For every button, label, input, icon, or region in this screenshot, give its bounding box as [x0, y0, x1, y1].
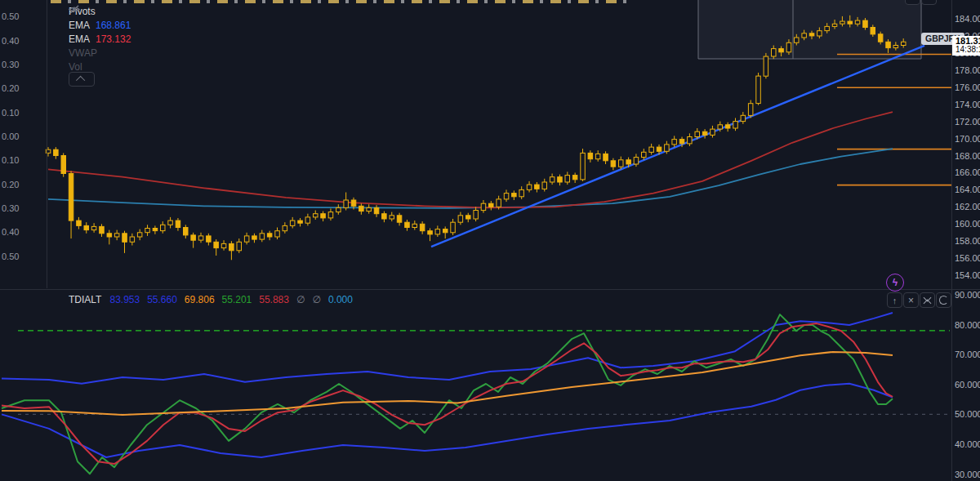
eye-off-icon[interactable] — [69, 5, 80, 14]
close-pane-button[interactable]: × — [903, 292, 919, 308]
price-axis-label: 174.000 — [955, 100, 980, 109]
price-axis-label: 170.000 — [955, 134, 980, 144]
price-axis-label: 172.000 — [955, 117, 980, 127]
market-base-line-line — [2, 352, 893, 415]
tdi-values: 83.95355.66069.80655.20155.883∅∅0.000 — [109, 294, 352, 305]
right-axis-separator — [951, 0, 952, 481]
trade-signal-line-line — [2, 323, 893, 464]
left-axis-label: 0.20 — [2, 180, 19, 189]
ema-red-line — [48, 112, 893, 207]
ema1-label: EMA — [69, 20, 90, 31]
pane-separator — [0, 289, 980, 290]
last-price-box: 181.318 14:38:1 — [952, 36, 980, 56]
ema2-label: EMA — [69, 33, 90, 45]
indicator-value: 55.660 — [147, 294, 177, 305]
left-axis-label: 0.50 — [2, 252, 19, 261]
chart-canvas[interactable] — [0, 0, 980, 481]
vwap-label: VWAP — [69, 47, 97, 59]
price-axis-label: 184.000 — [955, 14, 980, 24]
restore-pane-button[interactable] — [936, 292, 951, 308]
trading-chart-app: 180.000 Pivots EMA 168.861 EMA 173.132 V… — [0, 0, 980, 481]
drawing-button-clipped[interactable] — [905, 0, 920, 5]
chevron-up-icon — [76, 76, 85, 85]
indicator-legend-lower[interactable]: TDIALT 83.95355.66069.80655.20155.883∅∅0… — [69, 293, 353, 307]
indicator-value: ∅ — [296, 294, 305, 305]
price-axis-label: 168.000 — [955, 151, 980, 161]
ema1-value: 168.861 — [96, 20, 131, 31]
left-axis-label: 0.10 — [2, 108, 19, 118]
price-axis-label: 158.000 — [955, 236, 980, 246]
volatility-band-upper-line — [2, 313, 893, 384]
price-axis-label: 166.000 — [955, 167, 980, 177]
close-icon: × — [908, 295, 914, 306]
bar-countdown: 14:38:1 — [956, 46, 980, 54]
arrow-up-icon: ↑ — [893, 296, 898, 305]
price-axis-label: 156.000 — [955, 253, 980, 263]
lightning-icon: ϟ — [893, 277, 898, 288]
left-axis-label: 0.30 — [2, 203, 19, 213]
clipped-legend-text — [51, 0, 630, 3]
indicator-axis-label: 30.000 — [955, 470, 980, 479]
left-axis-label: 0.50 — [2, 11, 19, 21]
indicator-axis-label: 50.000 — [955, 409, 980, 419]
indicator-axis-label: 80.000 — [955, 320, 980, 330]
left-axis-label: 0.10 — [2, 155, 19, 165]
refresh-icon — [939, 296, 948, 305]
indicator-value: 0.000 — [328, 294, 353, 305]
left-axis-label: 0.20 — [2, 83, 19, 93]
left-axis-label: 0.40 — [2, 36, 19, 46]
legend-vwap[interactable]: VWAP — [69, 47, 131, 60]
collapse-legend-button[interactable] — [69, 72, 95, 87]
price-axis-label: 176.000 — [955, 82, 980, 92]
indicator-value: 83.953 — [109, 294, 140, 305]
indicator-value: 55.201 — [222, 294, 252, 305]
vol-label: Vol — [69, 61, 82, 73]
price-axis-label: 164.000 — [955, 185, 980, 194]
drawing-button-clipped[interactable] — [921, 0, 937, 5]
legend-ema-1[interactable]: EMA 168.861 — [69, 19, 131, 32]
move-pane-up-button[interactable]: ↑ — [887, 292, 902, 308]
lightning-button[interactable]: ϟ — [886, 274, 904, 292]
price-axis-label: 162.000 — [955, 202, 980, 212]
indicator-axis-label: 90.000 — [955, 290, 980, 300]
indicator-value: ∅ — [312, 294, 320, 305]
trendline-drawing — [431, 46, 924, 247]
price-axis-label: 178.000 — [955, 65, 980, 75]
left-scale-separator — [47, 0, 47, 288]
price-axis-label: 154.000 — [955, 270, 980, 280]
indicator-axis-label: 70.000 — [955, 350, 980, 359]
tdi-title: TDIALT — [69, 294, 101, 305]
ema2-value: 173.132 — [96, 33, 131, 45]
ema-blue-line — [48, 149, 893, 208]
volatility-band-lower-line — [2, 384, 893, 457]
indicator-value: 55.883 — [259, 294, 289, 305]
left-axis-label: 0.00 — [2, 131, 19, 141]
indicator-axis-label: 60.000 — [955, 380, 980, 390]
left-axis-label: 0.30 — [2, 60, 19, 69]
collapse-pane-button[interactable] — [920, 292, 935, 308]
legend-ema-2[interactable]: EMA 173.132 — [69, 33, 131, 46]
price-axis-label: 160.000 — [955, 219, 980, 229]
collapse-icon — [924, 299, 932, 307]
indicator-value: 69.806 — [185, 294, 215, 305]
left-axis-label: 0.40 — [2, 227, 19, 237]
indicator-axis-label: 40.000 — [955, 439, 980, 449]
indicator-legend-upper: Pivots EMA 168.861 EMA 173.132 VWAP Vol — [69, 5, 131, 74]
